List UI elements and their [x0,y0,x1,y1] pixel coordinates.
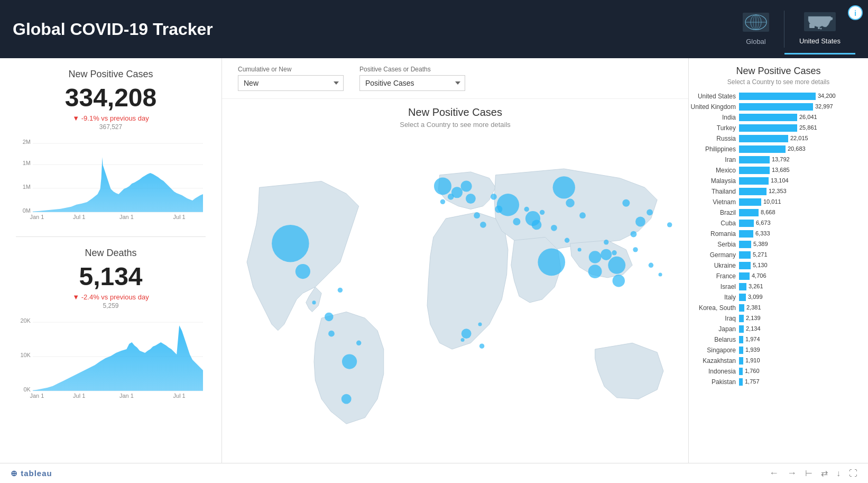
svg-point-35 [497,194,519,216]
nav-forward-btn[interactable]: → [787,468,797,479]
bar-row[interactable]: Iraq 2,139 [689,313,868,324]
svg-text:Jan 1: Jan 1 [119,214,134,220]
bar-value: 22,015 [790,134,808,142]
bar-row[interactable]: Pakistan 1,757 [689,377,868,387]
bar-track: 13,685 [739,166,864,175]
bar-row[interactable]: Germany 5,271 [689,250,868,260]
deaths-chart: 20K 10K 0K [16,315,206,399]
filter-bar: Cumulative or New New Cumulative Positiv… [222,58,688,99]
bar-track: 2,134 [739,325,864,333]
bar-row[interactable]: Romania 6,333 [689,229,868,239]
right-panel[interactable]: New Positive Cases Select a Country to s… [688,58,868,483]
svg-point-76 [461,338,465,342]
svg-point-47 [589,251,602,263]
nav-reset-btn[interactable]: ⊢ [805,468,812,478]
bar-row[interactable]: Russia 22,015 [689,133,868,144]
svg-point-56 [513,218,520,225]
bar-row[interactable]: Iran 13,792 [689,154,868,165]
bar-row[interactable]: Korea, South 2,381 [689,303,868,313]
bar-country-label: Israel [689,283,739,290]
bar-row[interactable]: Israel 3,261 [689,281,868,292]
bar-fill [739,114,797,121]
bar-track: 1,974 [739,335,864,344]
bar-row[interactable]: Brazil 8,668 [689,207,868,218]
bar-track: 13,104 [739,177,864,185]
bar-value: 13,792 [772,156,790,163]
bar-fill [739,167,770,174]
bar-row[interactable]: United States 34,200 [689,91,868,102]
nav-fullscreen-btn[interactable]: ⛶ [849,469,857,478]
bar-row[interactable]: Cuba 6,673 [689,218,868,229]
tableau-logo: ⊕ tableau [11,469,52,478]
bar-value: 2,381 [746,304,761,311]
svg-text:10K: 10K [20,352,31,358]
bar-row[interactable]: Vietnam 10,011 [689,197,868,207]
bar-row[interactable]: India 26,041 [689,112,868,123]
bar-row[interactable]: Singapore 1,939 [689,345,868,356]
svg-point-43 [461,180,472,192]
svg-text:Jul 1: Jul 1 [173,392,186,398]
svg-point-38 [434,178,451,195]
bar-value: 25,861 [799,124,817,131]
bar-row[interactable]: Belarus 1,974 [689,334,868,345]
svg-text:0K: 0K [24,386,31,392]
cumulative-filter-select[interactable]: New Cumulative [238,75,344,91]
bar-country-label: Brazil [689,209,739,216]
bar-country-label: Iraq [689,315,739,322]
bar-fill [739,241,751,248]
svg-point-57 [566,198,574,207]
bar-row[interactable]: Italy 3,099 [689,292,868,303]
bar-value: 13,104 [771,177,789,184]
world-map[interactable] [222,129,688,470]
bar-fill [739,357,743,364]
bar-row[interactable]: Indonesia 1,760 [689,366,868,377]
bar-track: 25,861 [739,124,864,132]
bar-value: 1,910 [745,357,760,364]
bar-fill [739,315,744,322]
svg-point-33 [272,225,309,262]
bar-row[interactable]: Turkey 25,861 [689,123,868,133]
svg-text:Jul 1: Jul 1 [73,214,85,220]
global-map-icon [743,13,769,33]
bar-row[interactable]: Serbia 5,389 [689,239,868,250]
cases-filter-select[interactable]: Positive Cases Deaths [359,75,465,91]
bar-fill [739,368,743,375]
bar-country-label: Turkey [689,124,739,132]
bar-country-label: Mexico [689,167,739,174]
deaths-title: New Deaths [16,248,206,259]
bar-row[interactable]: Malaysia 13,104 [689,176,868,186]
bar-track: 1,939 [739,346,864,354]
nav-back-btn[interactable]: ← [769,468,779,479]
bar-fill [739,145,786,153]
bar-row[interactable]: Japan 2,134 [689,324,868,334]
bar-value: 13,685 [772,166,790,174]
bar-track: 34,200 [739,92,864,101]
svg-point-49 [341,394,352,404]
nav-item-global[interactable]: Global [728,5,784,53]
bar-row[interactable]: Philippines 20,683 [689,144,868,154]
svg-point-8 [818,27,820,29]
bar-value: 3,261 [749,282,763,290]
svg-text:2M: 2M [23,139,31,145]
bar-row[interactable]: Thailand 12,353 [689,186,868,197]
bar-fill [739,156,770,163]
bar-row[interactable]: Kazakhstan 1,910 [689,356,868,366]
bar-value: 20,683 [788,145,806,152]
svg-point-55 [474,212,480,218]
svg-point-77 [478,323,482,326]
bar-value: 6,673 [756,219,771,226]
nav-share-btn[interactable]: ⇄ [821,468,828,478]
map-container: New Positive Cases Select a Country to s… [222,99,688,483]
bar-track: 20,683 [739,145,864,153]
bar-row[interactable]: Mexico 13,685 [689,165,868,176]
bar-row[interactable]: France 4,706 [689,271,868,281]
nav-download-btn[interactable]: ↓ [836,469,841,478]
bar-value: 1,974 [745,335,760,343]
header-nav: Global United States [728,0,855,58]
bar-row[interactable]: United Kingdom 32,997 [689,102,868,112]
nav-item-us[interactable]: United States [784,4,855,54]
svg-point-75 [312,300,316,304]
map-subtitle: Select a Country to see more details [400,121,511,129]
bar-row[interactable]: Ukraine 5,130 [689,260,868,271]
left-panel: New Positive Cases 334,208 ▼ -9.1% vs pr… [0,58,222,483]
